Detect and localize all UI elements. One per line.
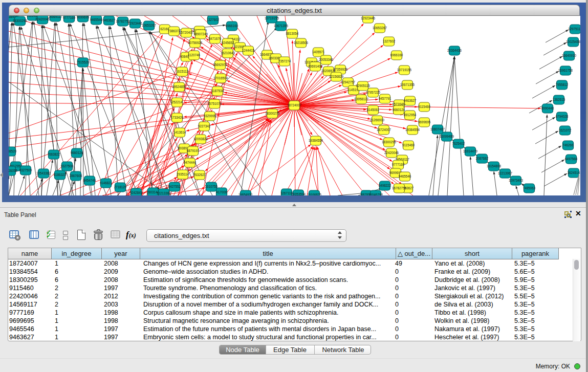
svg-text:1327602: 1327602	[207, 18, 220, 21]
svg-text:8186323: 8186323	[54, 173, 67, 177]
svg-text:16914479: 16914479	[463, 149, 478, 153]
svg-text:18724007: 18724007	[287, 103, 302, 107]
svg-text:9465546: 9465546	[399, 174, 411, 178]
svg-text:19654931: 19654931	[238, 193, 253, 195]
svg-text:16210643: 16210643	[221, 51, 235, 55]
svg-text:19384554: 19384554	[309, 139, 323, 142]
svg-text:1362615: 1362615	[553, 98, 565, 101]
svg-text:9463627: 9463627	[103, 18, 116, 22]
svg-text:9327508: 9327508	[61, 164, 74, 168]
svg-text:20364436: 20364436	[447, 49, 462, 52]
svg-text:15720407: 15720407	[179, 31, 194, 34]
svg-text:20691406: 20691406	[308, 64, 323, 68]
svg-text:12942757: 12942757	[341, 80, 356, 84]
svg-text:1588520: 1588520	[9, 149, 17, 153]
svg-text:18300275: 18300275	[265, 112, 280, 115]
svg-text:2087682: 2087682	[476, 157, 489, 160]
svg-text:12156829: 12156829	[329, 75, 344, 78]
svg-text:9699695: 9699695	[418, 120, 431, 124]
svg-text:7632621: 7632621	[193, 173, 206, 177]
svg-text:17957225: 17957225	[366, 91, 381, 94]
svg-text:12905115: 12905115	[356, 84, 370, 87]
svg-text:1610755: 1610755	[205, 185, 218, 188]
svg-text:1621072: 1621072	[559, 128, 572, 132]
svg-text:53226058: 53226058	[9, 169, 17, 172]
svg-text:1244415: 1244415	[242, 49, 255, 52]
svg-text:7357274: 7357274	[278, 59, 291, 63]
svg-text:18300295: 18300295	[13, 19, 28, 23]
svg-text:19218506: 19218506	[294, 41, 309, 45]
svg-text:17359928: 17359928	[333, 68, 348, 71]
svg-text:10719155: 10719155	[397, 68, 412, 72]
svg-text:16154808: 16154808	[487, 164, 502, 168]
svg-text:9227342: 9227342	[198, 124, 211, 128]
svg-text:10025458: 10025458	[566, 40, 580, 43]
svg-text:1733426: 1733426	[171, 116, 184, 119]
svg-text:1187534: 1187534	[211, 89, 224, 93]
svg-text:9146821: 9146821	[100, 181, 113, 185]
svg-text:3498222: 3498222	[379, 184, 391, 187]
svg-text:19353594: 19353594	[291, 192, 306, 195]
svg-text:22420046: 22420046	[384, 151, 399, 155]
svg-text:10756928: 10756928	[188, 41, 203, 45]
svg-text:16099489: 16099489	[440, 135, 454, 138]
svg-text:9777169: 9777169	[392, 163, 405, 166]
svg-text:7625402: 7625402	[452, 142, 465, 145]
svg-text:12975115: 12975115	[568, 27, 580, 31]
svg-text:10973493: 10973493	[509, 179, 524, 182]
svg-text:12093822: 12093822	[193, 137, 208, 141]
svg-text:22420046: 22420046	[35, 17, 50, 21]
svg-text:13958127: 13958127	[354, 97, 369, 101]
svg-text:9777169: 9777169	[63, 16, 76, 19]
svg-text:9699695: 9699695	[77, 16, 90, 19]
svg-text:8471676: 8471676	[209, 37, 222, 40]
svg-text:10653267: 10653267	[142, 24, 157, 27]
svg-text:15751074: 15751074	[207, 102, 222, 105]
svg-text:7955812: 7955812	[556, 83, 569, 86]
svg-text:16961758: 16961758	[558, 69, 573, 72]
svg-text:8145061: 8145061	[367, 108, 380, 112]
svg-text:10543382: 10543382	[36, 171, 51, 175]
svg-text:1413614: 1413614	[173, 130, 186, 134]
svg-text:10671355: 10671355	[274, 24, 289, 28]
svg-text:6794028: 6794028	[556, 115, 569, 118]
svg-text:21266910: 21266910	[370, 118, 385, 122]
svg-text:9457791: 9457791	[379, 97, 391, 100]
svg-text:16046798: 16046798	[368, 193, 383, 195]
svg-text:10671355: 10671355	[400, 83, 415, 86]
svg-text:9242845: 9242845	[130, 191, 143, 194]
svg-text:8912954: 8912954	[404, 113, 417, 117]
svg-text:7485063: 7485063	[523, 186, 536, 190]
svg-text:12213967: 12213967	[498, 171, 513, 175]
svg-text:6966160: 6966160	[390, 53, 403, 57]
svg-text:16782759: 16782759	[392, 186, 407, 190]
svg-text:746266: 746266	[562, 143, 574, 147]
svg-text:8990448: 8990448	[541, 106, 554, 110]
svg-text:2867608: 2867608	[70, 174, 82, 178]
svg-text:12213383: 12213383	[157, 191, 171, 195]
svg-text:15692971: 15692971	[213, 63, 228, 67]
svg-text:20053346: 20053346	[319, 58, 334, 61]
svg-text:10807487: 10807487	[430, 127, 445, 131]
svg-text:7515526: 7515526	[77, 60, 90, 64]
svg-text:9465546: 9465546	[90, 18, 103, 21]
svg-text:252214: 252214	[171, 100, 183, 104]
svg-text:8454749: 8454749	[83, 179, 96, 182]
svg-text:12923446: 12923446	[128, 21, 143, 25]
svg-text:18724007: 18724007	[377, 128, 391, 132]
svg-text:19384554: 19384554	[405, 128, 420, 132]
svg-text:9329995: 9329995	[204, 114, 216, 118]
svg-text:18907249: 18907249	[193, 32, 208, 36]
svg-text:1405571: 1405571	[312, 50, 325, 54]
svg-text:14569117: 14569117	[48, 16, 62, 18]
svg-text:8427552: 8427552	[168, 185, 181, 188]
svg-text:19524851: 19524851	[172, 85, 187, 89]
svg-text:3624514: 3624514	[568, 171, 580, 174]
svg-text:9327509: 9327509	[19, 168, 32, 172]
svg-text:6966160: 6966160	[226, 24, 238, 28]
svg-text:1120746: 1120746	[188, 53, 201, 57]
svg-text:9463627: 9463627	[404, 99, 417, 102]
svg-text:2935114: 2935114	[177, 172, 189, 176]
svg-text:1615112: 1615112	[176, 70, 189, 73]
svg-text:9660124: 9660124	[393, 108, 405, 112]
